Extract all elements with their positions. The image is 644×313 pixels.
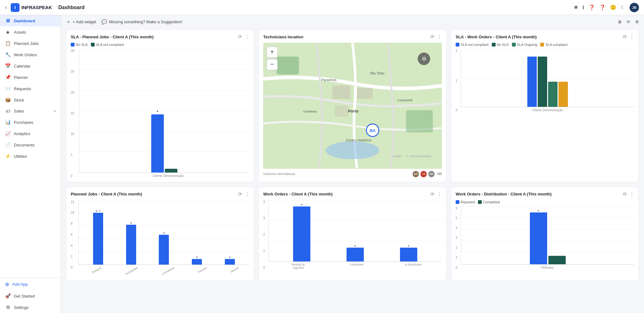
refresh-button[interactable]: ⟳ bbox=[430, 191, 435, 197]
refresh-button[interactable]: ⟳ bbox=[623, 34, 627, 40]
sidebar: ⊞ Dashboard ◈ Assets 📋 Planned Jobs 🔧 Wo… bbox=[0, 15, 61, 313]
map-footer: Unknown whereabouts BA LN MK +80 bbox=[263, 171, 442, 178]
svg-rect-2 bbox=[277, 57, 299, 74]
widget-technicians-location: Technicians location ⟳ ⋮ bbox=[258, 29, 447, 182]
chart-area: 0 5 10 15 20 25 30 bbox=[71, 49, 249, 178]
sidebar-item-purchases[interactable]: 📊 Purchases bbox=[0, 117, 61, 128]
x-in-resolution: In Resolution bbox=[404, 263, 423, 269]
bar-3 bbox=[548, 82, 558, 107]
suggestion-button[interactable]: 💬 Missing something? Make a Suggestion! bbox=[101, 19, 182, 25]
refresh-button[interactable]: ⟳ bbox=[238, 191, 242, 197]
refresh-button[interactable]: ⟳ bbox=[623, 191, 627, 197]
back-button[interactable]: ‹ bbox=[5, 4, 7, 11]
y-6: 6 bbox=[71, 233, 76, 236]
sidebar-label-utilities: Utilities bbox=[14, 154, 27, 159]
info-icon[interactable]: ℹ bbox=[582, 4, 584, 10]
x-scheduled: Scheduled bbox=[125, 266, 138, 276]
refresh-button[interactable]: ⟳ bbox=[238, 34, 242, 40]
sidebar-label-settings: Settings bbox=[14, 305, 29, 310]
sidebar-item-analytics[interactable]: 📈 Analytics bbox=[0, 128, 61, 139]
more-button[interactable]: ⋮ bbox=[245, 191, 249, 197]
stock-icon: 📦 bbox=[5, 97, 11, 103]
y-2: 2 bbox=[263, 233, 266, 236]
user-avatar[interactable]: JB bbox=[630, 3, 639, 12]
sidebar-item-settings[interactable]: ⚙ Settings bbox=[0, 302, 61, 313]
widget-title: SLA - Work Orders - Client A (This month… bbox=[456, 35, 537, 39]
sidebar-item-requests[interactable]: 📨 Requests bbox=[0, 83, 61, 94]
add-app-button[interactable]: ⊕ Add App bbox=[0, 278, 61, 290]
legend-item-sla-not-compliant: SLA not compliant bbox=[456, 43, 489, 47]
svg-text:Rio Tinto: Rio Tinto bbox=[370, 71, 385, 75]
y-30: 30 bbox=[71, 49, 77, 52]
refresh-button[interactable]: ⟳ bbox=[430, 34, 435, 40]
chart-area: 0 1 2 3 4 5 6 bbox=[456, 206, 634, 269]
legend-color-no-sla bbox=[71, 43, 75, 47]
bars-area: ▲ 11 ▲ ▲ bbox=[79, 209, 249, 265]
sidebar-item-sales[interactable]: 🏷 Sales ▾ bbox=[0, 106, 61, 117]
y-3: 3 bbox=[263, 217, 266, 220]
help-icon[interactable]: ❓ bbox=[589, 4, 595, 10]
widget-header: SLA - Work Orders - Client A (This month… bbox=[456, 34, 634, 40]
moon-icon[interactable]: ☾ bbox=[621, 4, 625, 10]
settings-icon: ⚙ bbox=[5, 305, 11, 310]
sidebar-item-utilities[interactable]: ⚡ Utilities bbox=[0, 151, 61, 162]
calendar-icon: 📅 bbox=[5, 63, 11, 69]
sidebar-item-stock[interactable]: 📦 Stock bbox=[0, 94, 61, 106]
sidebar-bottom: ⊕ Add App 🚀 Get Started ⚙ Settings bbox=[0, 278, 61, 313]
sidebar-item-planned-jobs[interactable]: 📋 Planned Jobs bbox=[0, 38, 61, 49]
svg-text:Cedofeita: Cedofeita bbox=[303, 110, 317, 113]
more-button[interactable]: ⋮ bbox=[437, 191, 442, 197]
monitor-icon[interactable]: 🖥 bbox=[618, 19, 622, 24]
bar-value: ▲ bbox=[130, 221, 132, 224]
y-5: 5 bbox=[456, 216, 459, 220]
widget-header: Technicians location ⟳ ⋮ bbox=[263, 34, 442, 40]
emoji-icon[interactable]: 🙂 bbox=[610, 4, 616, 10]
bar-value: ▲ 11 bbox=[95, 209, 101, 212]
avatar-more: +80 bbox=[436, 172, 442, 176]
legend-color bbox=[540, 43, 544, 47]
sidebar-item-dashboard[interactable]: ⊞ Dashboard bbox=[0, 15, 61, 26]
bar-label: ▲ bbox=[156, 109, 159, 113]
more-button[interactable]: ⋮ bbox=[630, 34, 634, 40]
help2-icon[interactable]: ❓ bbox=[599, 4, 606, 10]
y-0: 0 bbox=[456, 266, 459, 269]
sidebar-item-assets[interactable]: ◈ Assets bbox=[0, 26, 61, 38]
sidebar-label-analytics: Analytics bbox=[14, 131, 30, 136]
y-4: 4 bbox=[71, 244, 76, 247]
planner-icon: 📌 bbox=[5, 74, 11, 80]
svg-text:Paranhos: Paranhos bbox=[321, 78, 337, 82]
sidebar-item-get-started[interactable]: 🚀 Get Started bbox=[0, 290, 61, 302]
x-delayed: Delayed bbox=[91, 266, 102, 274]
widget-work-orders: Work Orders - Client A (This month) ⟳ ⋮ … bbox=[258, 187, 447, 281]
analytics-icon: 📈 bbox=[5, 131, 11, 136]
sidebar-item-documents[interactable]: 📄 Documents bbox=[0, 139, 61, 151]
bar-value: ▲ bbox=[163, 231, 165, 234]
bar-paused: ▲ bbox=[192, 255, 202, 265]
y-8: 8 bbox=[71, 222, 76, 225]
requests-icon: 📨 bbox=[5, 86, 11, 91]
settings-toolbar-button[interactable]: ⚙ bbox=[635, 19, 639, 24]
legend-color-completed bbox=[478, 200, 482, 204]
widget-sla-work-orders: SLA - Work Orders - Client A (This month… bbox=[451, 29, 639, 182]
more-button[interactable]: ⋮ bbox=[245, 34, 249, 40]
bars-area bbox=[461, 57, 634, 107]
sidebar-item-work-orders[interactable]: 🔧 Work Orders bbox=[0, 49, 61, 60]
bar-value: ▲ bbox=[354, 244, 357, 247]
legend-label: SLA Ongoing bbox=[517, 43, 537, 47]
layout: ⊞ Dashboard ◈ Assets 📋 Planned Jobs 🔧 Wo… bbox=[0, 15, 644, 313]
sidebar-label-assets: Assets bbox=[14, 30, 26, 35]
bar-in-resolution: ▲ bbox=[400, 244, 417, 261]
legend-color-reported bbox=[456, 200, 459, 204]
asterisk-icon[interactable]: ✱ bbox=[574, 4, 578, 10]
more-button[interactable]: ⋮ bbox=[630, 191, 634, 197]
more-button[interactable]: ⋮ bbox=[437, 34, 442, 40]
add-icon: ＋ bbox=[66, 19, 71, 25]
map-container: BA + − ⚙ Rio Tinto Paranhos Porto Cedo bbox=[263, 43, 442, 169]
y-1: 1 bbox=[263, 249, 266, 253]
sidebar-item-calendar[interactable]: 📅 Calendar bbox=[0, 60, 61, 72]
widget-header: SLA - Planned Jobs - Client A (This mont… bbox=[71, 34, 249, 40]
add-widget-button[interactable]: ＋ + Add widget bbox=[66, 19, 96, 25]
refresh-all-button[interactable]: ⟳ bbox=[627, 19, 630, 24]
x-label: February bbox=[461, 266, 634, 269]
sidebar-item-planner[interactable]: 📌 Planner bbox=[0, 72, 61, 83]
